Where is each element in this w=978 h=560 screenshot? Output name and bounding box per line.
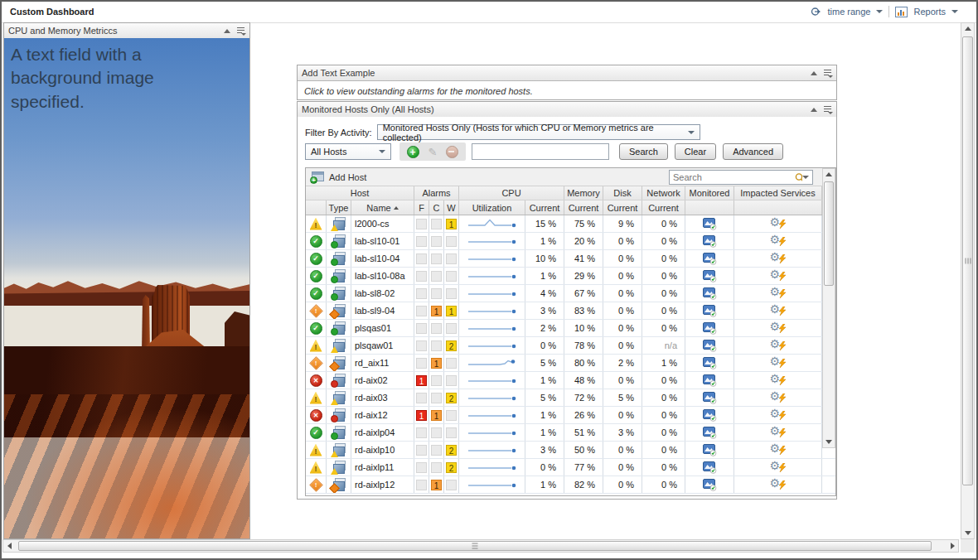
column-header-name[interactable]: Name: [351, 200, 414, 215]
column-group-impacted-services[interactable]: Impacted Services: [734, 186, 822, 200]
impacted-services-icon[interactable]: ⚙: [770, 391, 787, 404]
table-row[interactable]: ✕rd-aix0211 %48 %0 %0 %⚙: [306, 372, 835, 389]
collapse-icon[interactable]: [224, 29, 230, 33]
table-scrollbar[interactable]: [822, 168, 835, 448]
table-row[interactable]: ✓plsqas012 %10 %0 %0 %⚙: [306, 320, 835, 337]
column-header-blank[interactable]: [685, 200, 734, 215]
scroll-down-arrow[interactable]: [823, 437, 835, 447]
monitored-icon[interactable]: [703, 357, 717, 369]
host-scope-select[interactable]: All Hosts: [305, 143, 391, 160]
column-group-disk[interactable]: Disk: [603, 186, 642, 200]
host-name-cell[interactable]: rd_aix11: [351, 355, 414, 371]
chevron-down-icon[interactable]: [876, 10, 883, 13]
host-name-cell[interactable]: plsqas01: [351, 320, 414, 336]
add-scope-button[interactable]: +: [407, 146, 419, 158]
host-name-cell[interactable]: rd-aixlp04: [351, 424, 414, 441]
column-group-cpu[interactable]: CPU: [459, 186, 564, 200]
table-row[interactable]: !rd-aix0325 %72 %5 %0 %⚙: [306, 389, 835, 407]
column-header-current[interactable]: Current: [564, 200, 603, 215]
collapse-icon[interactable]: [811, 71, 817, 75]
impacted-services-icon[interactable]: ⚙: [770, 478, 787, 491]
impacted-services-icon[interactable]: ⚙: [770, 339, 787, 352]
monitored-icon[interactable]: [703, 392, 717, 404]
panel-menu-icon[interactable]: [824, 105, 832, 113]
host-name-cell[interactable]: rd-aix02: [351, 372, 414, 389]
impacted-services-icon[interactable]: ⚙: [770, 304, 787, 317]
table-row[interactable]: !rd-aixlp1120 %77 %0 %0 %⚙: [306, 459, 835, 476]
column-group-host[interactable]: Host: [306, 186, 414, 200]
column-group-network[interactable]: Network: [642, 186, 685, 200]
monitored-icon[interactable]: [703, 340, 717, 352]
column-header-f[interactable]: F: [414, 200, 429, 215]
impacted-services-icon[interactable]: ⚙: [770, 234, 787, 248]
host-name-cell[interactable]: lab-sl10-04: [351, 250, 414, 267]
column-header-type[interactable]: Type: [327, 200, 351, 215]
table-row[interactable]: !plsqaw0120 %78 %0 %n/a⚙: [306, 337, 835, 355]
column-header-current[interactable]: Current: [642, 200, 685, 215]
table-row[interactable]: ✓lab-sl10-0410 %41 %0 %0 %⚙: [306, 250, 835, 268]
column-header-blank[interactable]: [734, 200, 822, 215]
impacted-services-icon[interactable]: ⚙: [770, 287, 787, 300]
column-group-alarms[interactable]: Alarms: [414, 186, 459, 200]
monitored-icon[interactable]: [703, 374, 717, 387]
page-horizontal-scrollbar[interactable]: [2, 539, 959, 553]
impacted-services-icon[interactable]: ⚙: [770, 356, 787, 369]
monitored-icon[interactable]: [703, 218, 717, 230]
search-options-caret[interactable]: [802, 176, 809, 179]
table-row[interactable]: !rd-aixlp1023 %50 %0 %0 %⚙: [306, 442, 835, 459]
column-header-c[interactable]: C: [429, 200, 444, 215]
advanced-button[interactable]: Advanced: [723, 143, 783, 160]
column-header-current[interactable]: Current: [525, 200, 564, 215]
scroll-left-arrow[interactable]: [3, 540, 15, 552]
column-header-w[interactable]: W: [444, 200, 459, 215]
monitored-icon[interactable]: [703, 409, 717, 422]
table-row[interactable]: !rd_aix1115 %80 %2 %1 %⚙: [306, 355, 835, 372]
horizontal-scrollbar-thumb[interactable]: [18, 541, 932, 551]
monitored-icon[interactable]: [703, 479, 717, 491]
table-search-input[interactable]: [670, 172, 794, 182]
impacted-services-icon[interactable]: ⚙: [770, 443, 787, 456]
delete-scope-button[interactable]: [446, 146, 458, 158]
impacted-services-icon[interactable]: ⚙: [770, 321, 787, 335]
host-name-cell[interactable]: lab-sl9-04: [351, 302, 414, 319]
edit-scope-button[interactable]: ✎: [428, 147, 438, 157]
reports-menu[interactable]: Reports: [913, 7, 946, 17]
host-filter-input[interactable]: [472, 143, 609, 160]
monitored-icon[interactable]: [703, 461, 717, 474]
host-name-cell[interactable]: rd-aix03: [351, 389, 414, 406]
monitored-icon[interactable]: [703, 305, 717, 317]
column-header-blank[interactable]: [306, 200, 327, 215]
panel-menu-icon[interactable]: [824, 69, 832, 77]
impacted-services-icon[interactable]: ⚙: [770, 408, 787, 422]
time-range-menu[interactable]: time range: [827, 7, 870, 17]
monitored-icon[interactable]: [703, 322, 717, 335]
table-row[interactable]: !lab-sl9-04113 %83 %0 %0 %⚙: [306, 302, 835, 320]
host-name-cell[interactable]: lab-sl10-08a: [351, 268, 414, 284]
column-header-utilization[interactable]: Utilization: [459, 200, 525, 215]
monitored-icon[interactable]: [703, 270, 717, 282]
table-row[interactable]: !rd-aixlp1211 %82 %0 %0 %⚙: [306, 476, 835, 494]
monitored-icon[interactable]: [703, 253, 717, 265]
activity-filter-select[interactable]: Monitored Hosts Only (Hosts for which CP…: [377, 124, 700, 140]
host-name-cell[interactable]: rd-aixlp10: [351, 442, 414, 458]
monitored-icon[interactable]: [703, 427, 717, 439]
table-scrollbar-thumb[interactable]: [824, 181, 834, 286]
impacted-services-icon[interactable]: ⚙: [770, 252, 787, 265]
search-button[interactable]: Search: [619, 143, 668, 160]
impacted-services-icon[interactable]: ⚙: [770, 374, 787, 387]
host-name-cell[interactable]: plsqaw01: [351, 337, 414, 354]
column-header-current[interactable]: Current: [603, 200, 642, 215]
impacted-services-icon[interactable]: ⚙: [770, 217, 787, 230]
monitored-icon[interactable]: [703, 287, 717, 300]
table-row[interactable]: ✓lab-sl10-08a1 %29 %0 %0 %⚙: [306, 268, 835, 285]
alarms-link-text[interactable]: Click to view outstanding alarms for the…: [298, 81, 836, 100]
add-host-button[interactable]: Add Host: [329, 172, 366, 182]
host-name-cell[interactable]: lab-sl10-01: [351, 233, 414, 249]
host-name-cell[interactable]: rd-aixlp11: [351, 459, 414, 476]
page-vertical-scrollbar[interactable]: [961, 22, 975, 539]
search-icon[interactable]: [794, 172, 802, 183]
chevron-down-icon[interactable]: [951, 10, 958, 13]
column-group-memory[interactable]: Memory: [564, 186, 603, 200]
table-row[interactable]: ✓rd-aixlp041 %51 %3 %0 %⚙: [306, 424, 835, 442]
table-row[interactable]: !l2000-cs115 %75 %9 %0 %⚙: [306, 215, 835, 233]
